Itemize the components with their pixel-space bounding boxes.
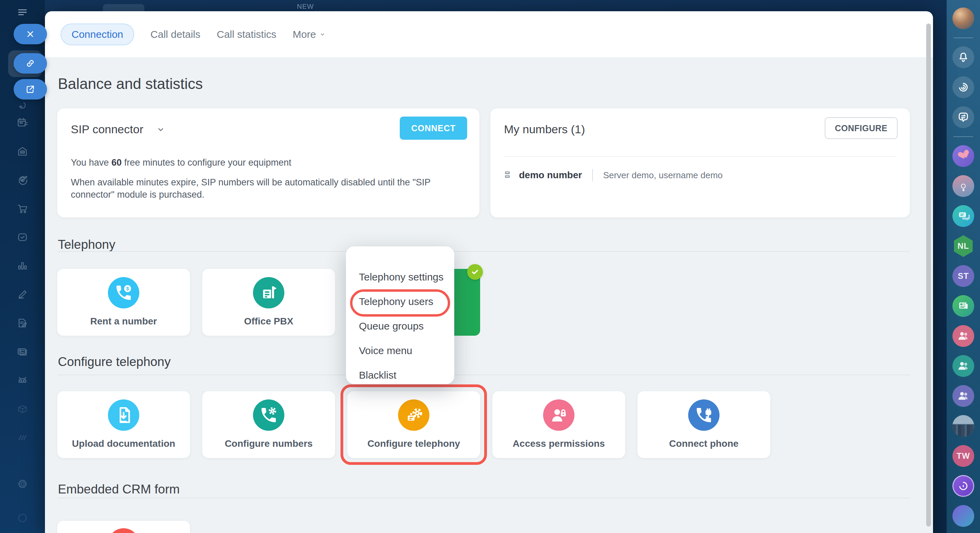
- panel-header: Connection Call details Call statistics …: [45, 11, 933, 57]
- divider: [58, 498, 910, 498]
- copilot-spiral-icon: [957, 81, 969, 93]
- open-in-new-icon: [25, 85, 35, 94]
- group-chat-teal[interactable]: [952, 355, 974, 377]
- copy-link-button[interactable]: [14, 53, 47, 73]
- people-icon: [957, 330, 970, 343]
- check-badge: [467, 264, 483, 280]
- tab-call-details[interactable]: Call details: [151, 29, 200, 40]
- vertical-divider: [592, 169, 593, 181]
- settings-slider-panel: Connection Call details Call statistics …: [45, 11, 933, 533]
- people-icon: [957, 389, 970, 402]
- tab-call-statistics[interactable]: Call statistics: [217, 29, 277, 40]
- connect-button[interactable]: CONNECT: [400, 116, 467, 140]
- settings-gear-icon[interactable]: [17, 478, 28, 490]
- avatar-lightbulb[interactable]: [952, 175, 974, 197]
- contact-center-icon[interactable]: [17, 346, 28, 357]
- number-row[interactable]: demo number Server demo, username demo: [504, 165, 722, 185]
- configure-button[interactable]: CONFIGURE: [825, 117, 897, 139]
- free-minutes-text: You have 60 free minutes to configure yo…: [71, 158, 291, 168]
- automation-robot-icon[interactable]: [17, 375, 28, 386]
- menu-item-voice-menu[interactable]: Voice menu: [346, 338, 454, 363]
- section-telephony: Telephony: [58, 238, 115, 252]
- avatar-partial[interactable]: [952, 505, 974, 527]
- divider: [953, 136, 973, 137]
- office-pbx-card[interactable]: Office PBX: [202, 269, 335, 336]
- copilot-purple-button[interactable]: [952, 475, 974, 497]
- people-icon: [957, 359, 970, 372]
- card-label: Access permissions: [492, 438, 625, 449]
- card-label: Rent a number: [57, 316, 190, 327]
- card-label: Office PBX: [202, 316, 335, 327]
- heart-icon: [959, 149, 971, 160]
- avatar-heart[interactable]: [952, 145, 974, 167]
- menu-item-blacklist[interactable]: Blacklist: [346, 363, 454, 388]
- pbx-icon: [253, 277, 284, 308]
- document-download-icon: [108, 399, 139, 431]
- access-permissions-card[interactable]: Access permissions: [492, 391, 625, 458]
- company-logo-icon: [17, 432, 28, 444]
- group-chat-pink[interactable]: [952, 325, 974, 347]
- copilot-button[interactable]: [952, 77, 974, 98]
- user-avatar[interactable]: [952, 8, 974, 29]
- tab-label: Call details: [151, 29, 200, 40]
- bell-icon: [957, 51, 969, 63]
- configure-telephony-card[interactable]: Configure telephony: [347, 391, 480, 458]
- background-tab: [103, 4, 145, 11]
- chat-transfer-button[interactable]: [952, 106, 974, 128]
- sign-pen-icon[interactable]: [17, 289, 28, 300]
- tab-connection[interactable]: Connection: [60, 24, 134, 45]
- configure-numbers-card[interactable]: Configure numbers: [202, 391, 335, 458]
- panel-scrollbar[interactable]: [926, 24, 931, 527]
- analytics-icon[interactable]: [17, 260, 28, 271]
- menu-item-telephony-settings[interactable]: Telephony settings: [346, 265, 454, 289]
- badge-nl[interactable]: NL: [952, 235, 974, 257]
- link-icon: [25, 59, 35, 68]
- city-avatar[interactable]: [952, 415, 974, 437]
- open-in-new-window-button[interactable]: [14, 79, 47, 99]
- my-numbers-card: My numbers (1) CONFIGURE demo number Ser…: [490, 109, 910, 217]
- notifications-button[interactable]: [952, 46, 974, 68]
- tasks-icon[interactable]: [17, 231, 28, 243]
- badge-st[interactable]: ST: [952, 265, 974, 287]
- badge-tw[interactable]: TW: [952, 445, 974, 467]
- marketing-icon-fragment: [17, 99, 28, 111]
- chat-bubbles-icon: [957, 210, 970, 223]
- chat-bubbles-button[interactable]: [952, 205, 974, 227]
- tab-more[interactable]: More: [293, 29, 326, 40]
- chat-arrows-icon: [957, 111, 969, 123]
- marketing-icon[interactable]: [17, 174, 28, 186]
- store-cart-icon[interactable]: [17, 203, 28, 214]
- upload-documentation-card[interactable]: Upload documentation: [57, 391, 190, 458]
- sip-connector-selector[interactable]: SIP connector: [71, 123, 165, 136]
- telephony-dropdown-menu: Telephony settings Telephony users Queue…: [346, 246, 454, 384]
- minutes-suffix: free minutes to configure your equipment: [122, 158, 291, 168]
- crm-form-card[interactable]: [57, 521, 190, 533]
- number-name: demo number: [519, 170, 582, 180]
- chevron-down-icon: [156, 125, 165, 134]
- close-slider-button[interactable]: [14, 24, 47, 44]
- workspace-icon[interactable]: [17, 145, 28, 157]
- menu-item-queue-groups[interactable]: Queue groups: [346, 314, 454, 338]
- crm-form-icon: [108, 528, 139, 533]
- card-label: Configure numbers: [202, 438, 335, 449]
- status-dot-icon: [17, 512, 28, 524]
- calendar-icon[interactable]: [17, 117, 28, 128]
- person-lock-icon: [543, 399, 574, 431]
- expire-note-text: When available minutes expire, SIP numbe…: [71, 177, 439, 201]
- copilot-spiral-icon: [958, 480, 969, 492]
- news-button[interactable]: [952, 295, 974, 317]
- menu-item-telephony-users[interactable]: Telephony users: [346, 289, 454, 314]
- phone-gear-icon: [253, 399, 284, 431]
- inventory-box-icon[interactable]: [17, 403, 28, 415]
- lightbulb-icon: [961, 184, 966, 188]
- badge-text: TW: [956, 451, 970, 461]
- group-chat-purple[interactable]: [952, 385, 974, 407]
- check-icon: [471, 268, 479, 276]
- newspaper-icon: [957, 300, 969, 312]
- right-messenger-rail: NL ST TW: [947, 0, 980, 533]
- documents-icon[interactable]: [17, 317, 28, 329]
- connect-phone-card[interactable]: Connect phone: [638, 391, 770, 458]
- rent-a-number-card[interactable]: $ Rent a number: [57, 269, 190, 336]
- hamburger-menu-icon[interactable]: [17, 6, 28, 18]
- minutes-value: 60: [111, 158, 122, 168]
